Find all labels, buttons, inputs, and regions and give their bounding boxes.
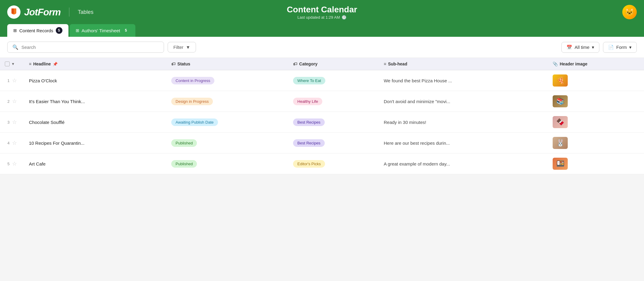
status-cell: Design in Progress [166,91,288,112]
category-column-header: 🏷 Category [288,58,379,70]
table-row: 1 ☆ Pizza O'Clock Content in Progress Wh… [0,70,644,91]
chevron-down-icon: ▾ [592,45,594,50]
star-icon[interactable]: ☆ [12,98,17,105]
jotform-logo-icon [7,5,21,19]
tab-content-records[interactable]: ⊞ Content Records 5 [7,24,68,37]
logo-area: JotForm Tables [7,5,93,19]
select-all-header: ▾ [0,58,24,70]
row-number: 1 [7,78,9,83]
status-cell: Content in Progress [166,70,288,91]
pin-icon: 📌 [53,62,58,66]
status-cell: Awaiting Publish Date [166,112,288,133]
tabs-bar: ⊞ Content Records 5 ⊞ Authors' Timesheet… [0,24,644,37]
image-emoji: 🐰 [556,139,564,147]
subhead-cell: We found the best Pizza House ... [379,70,548,91]
headline-cell: 10 Recipes For Quarantin... [24,133,166,153]
table-icon-2: ⊞ [76,28,79,33]
status-badge: Published [171,139,197,147]
category-cell: Where To Eat [288,70,379,91]
image-emoji: 🍕 [556,77,564,84]
status-badge: Design in Progress [171,98,213,105]
headerimage-col-label: Header image [560,62,587,66]
table-row: 5 ☆ Art Cafe Published Editor's Picks A … [0,153,644,174]
headline-col-label: Headline [33,62,51,66]
subhead-col-label: Sub-head [388,62,407,66]
filter-icon: ▼ [186,45,190,50]
row-number: 3 [7,120,9,125]
star-icon[interactable]: ☆ [12,77,17,84]
tables-label: Tables [78,9,93,15]
star-icon[interactable]: ☆ [12,119,17,125]
category-cell: Best Recipes [288,133,379,153]
headerimage-col-icon: 📎 [553,62,558,66]
headerimage-cell: 🍫 [548,112,644,133]
status-cell: Published [166,133,288,153]
category-badge: Where To Eat [293,77,325,84]
select-all-checkbox[interactable] [5,62,10,66]
headline-cell: Pizza O'Clock [24,70,166,91]
clock-icon: 🕐 [342,15,346,20]
status-col-icon: 🏷 [171,62,175,66]
headerimage-cell: 🍱 [548,153,644,174]
image-emoji: 📚 [556,97,564,105]
status-col-label: Status [177,62,190,66]
category-col-label: Category [299,62,317,66]
filter-button[interactable]: Filter ▼ [168,42,196,52]
search-icon: 🔍 [12,44,18,50]
image-emoji: 🍫 [556,118,564,126]
logo-divider [69,8,69,17]
tab-content-records-badge: 5 [56,27,62,34]
subhead-cell: A great example of modern day... [379,153,548,174]
headline-column-header: ≡ Headline 📌 [24,58,166,70]
headline-cell: Art Cafe [24,153,166,174]
subhead-column-header: ≡ Sub-head [379,58,548,70]
toolbar-right: 📅 All time ▾ 📄 Form ▾ [561,42,637,53]
star-icon[interactable]: ☆ [12,140,17,146]
status-badge: Awaiting Publish Date [171,118,218,126]
headerimage-cell: 📚 [548,91,644,112]
status-cell: Published [166,153,288,174]
alltime-dropdown[interactable]: 📅 All time ▾ [561,42,599,53]
category-badge: Best Recipes [293,139,325,147]
content-records-table: ▾ ≡ Headline 📌 🏷 Status [0,58,644,174]
image-emoji: 🍱 [556,160,564,168]
headerimage-cell: 🍕 [548,70,644,91]
page-title: Content Calendar [287,5,357,14]
category-cell: Editor's Picks [288,153,379,174]
tab-authors-timesheet[interactable]: ⊞ Authors' Timesheet 5 [70,24,135,37]
table-container: ▾ ≡ Headline 📌 🏷 Status [0,58,644,174]
search-input[interactable] [21,45,159,50]
header-center: Content Calendar Last updated at 1:29 AM… [287,5,357,20]
header: JotForm Tables Content Calendar Last upd… [0,0,644,24]
tab-content-records-label: Content Records [19,28,53,33]
header-image-thumbnail: 🍱 [553,158,568,170]
category-col-icon: 🏷 [293,62,297,66]
row-number: 5 [7,162,9,166]
form-icon: 📄 [608,45,614,50]
status-badge: Published [171,160,197,168]
table-row: 3 ☆ Chocolate Soufflé Awaiting Publish D… [0,112,644,133]
toolbar: 🔍 Filter ▼ 📅 All time ▾ 📄 Form ▾ [0,37,644,58]
headline-col-icon: ≡ [29,62,31,66]
category-cell: Healthy Life [288,91,379,112]
row-number: 2 [7,99,9,104]
headerimage-cell: 🐰 [548,133,644,153]
tab-authors-timesheet-label: Authors' Timesheet [82,28,120,33]
expand-all-chevron[interactable]: ▾ [12,62,14,66]
subhead-cell: Here are our best recipes durin... [379,133,548,153]
subhead-cell: Don't avoid and minimize "movi... [379,91,548,112]
header-image-thumbnail: 🍕 [553,74,568,87]
form-dropdown[interactable]: 📄 Form ▾ [603,42,637,53]
table-header-row: ▾ ≡ Headline 📌 🏷 Status [0,58,644,70]
page-subtitle: Last updated at 1:29 AM 🕐 [287,15,357,20]
star-icon[interactable]: ☆ [12,160,17,167]
table-body: 1 ☆ Pizza O'Clock Content in Progress Wh… [0,70,644,174]
status-column-header: 🏷 Status [166,58,288,70]
headline-cell: Chocolate Soufflé [24,112,166,133]
table-row: 4 ☆ 10 Recipes For Quarantin... Publishe… [0,133,644,153]
avatar[interactable]: 🐱 [622,5,637,19]
form-label: Form [616,45,627,50]
calendar-icon: 📅 [567,45,572,50]
tab-authors-timesheet-badge: 5 [123,27,129,34]
subhead-cell: Ready in 30 minutes! [379,112,548,133]
